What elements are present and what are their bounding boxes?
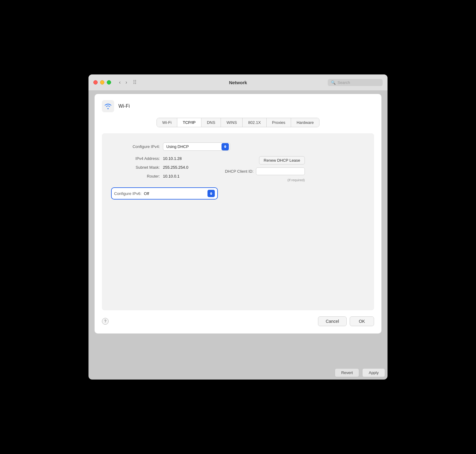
wifi-header: Wi-Fi — [102, 100, 374, 112]
subnet-mask-value: 255.255.254.0 — [163, 165, 188, 170]
titlebar: ‹ › ⠿ Network 🔍 Search — [88, 74, 388, 90]
configure-ipv4-row: Configure IPv4: Using DHCP Using DHCP wi… — [111, 142, 365, 151]
form-area: Configure IPv4: Using DHCP Using DHCP wi… — [102, 133, 374, 310]
arrow-down-icon — [210, 194, 212, 195]
search-placeholder: Search — [337, 80, 350, 85]
bottom-bar: Revert Apply — [88, 365, 388, 380]
tab-tcpip[interactable]: TCP/IP — [177, 118, 201, 127]
grid-icon[interactable]: ⠿ — [133, 79, 137, 86]
configure-ipv6-wrap: Configure IPv6: Off Automatically Manual… — [111, 187, 218, 200]
if-required-note: (If required) — [225, 178, 305, 182]
ipv4-address-row: IPv4 Address: 10.10.1.28 Subnet Mask: 25… — [111, 156, 365, 182]
wifi-name: Wi-Fi — [118, 103, 130, 109]
forward-button[interactable]: › — [124, 78, 129, 86]
close-button[interactable] — [93, 80, 98, 85]
wifi-icon — [104, 103, 112, 110]
router-value: 10.10.0.1 — [163, 174, 179, 178]
tab-hardware[interactable]: Hardware — [291, 118, 319, 127]
subnet-mask-label: Subnet Mask: — [111, 165, 160, 170]
configure-ipv4-label: Configure IPv4: — [111, 144, 160, 149]
revert-button[interactable]: Revert — [335, 368, 359, 377]
ok-button[interactable]: OK — [350, 316, 374, 326]
titlebar-nav: ‹ › — [117, 78, 129, 86]
configure-ipv6-row: Configure IPv6: Off Automatically Manual… — [111, 187, 365, 200]
tab-wins[interactable]: WINS — [221, 118, 243, 127]
search-icon: 🔍 — [331, 80, 336, 85]
tab-proxies[interactable]: Proxies — [267, 118, 291, 127]
configure-ipv4-select[interactable]: Using DHCP Using DHCP with manual addres… — [163, 142, 230, 151]
tab-dns[interactable]: DNS — [201, 118, 221, 127]
wifi-icon-wrap — [102, 100, 114, 112]
tabs-bar: Wi-Fi TCP/IP DNS WINS 802.1X Proxies Har… — [157, 118, 320, 127]
cancel-button[interactable]: Cancel — [318, 316, 347, 326]
router-label: Router: — [111, 174, 160, 178]
configure-ipv6-arrow — [207, 190, 215, 197]
ipv4-address-value: 10.10.1.28 — [163, 156, 182, 161]
arrow-up-icon — [210, 192, 212, 193]
ipv4-address-label: IPv4 Address: — [111, 156, 160, 161]
dhcp-client-id-label: DHCP Client ID: — [225, 169, 254, 174]
configure-ipv6-select[interactable]: Off Automatically Manually Link-local on… — [144, 191, 205, 196]
search-field[interactable]: 🔍 Search — [328, 79, 383, 86]
help-button[interactable]: ? — [102, 318, 109, 325]
tab-8021x[interactable]: 802.1X — [243, 118, 266, 127]
dhcp-client-id-input[interactable] — [256, 168, 305, 175]
back-button[interactable]: ‹ — [117, 78, 122, 86]
traffic-lights — [93, 80, 111, 85]
minimize-button[interactable] — [100, 80, 104, 85]
configure-ipv4-select-wrap: Using DHCP Using DHCP with manual addres… — [163, 142, 230, 151]
configure-ipv6-label: Configure IPv6: — [114, 191, 142, 196]
modal-footer: ? Cancel OK — [102, 316, 374, 326]
maximize-button[interactable] — [107, 80, 111, 85]
window-title: Network — [229, 80, 247, 85]
card: Wi-Fi Wi-Fi TCP/IP DNS WINS 802.1X Proxi… — [95, 94, 381, 333]
configure-ipv6-select-wrap: Off Automatically Manually Link-local on… — [144, 191, 205, 196]
renew-dhcp-button[interactable]: Renew DHCP Lease — [259, 156, 305, 164]
apply-button[interactable]: Apply — [362, 368, 385, 377]
tab-wifi[interactable]: Wi-Fi — [157, 118, 177, 127]
main-content: Wi-Fi Wi-Fi TCP/IP DNS WINS 802.1X Proxi… — [88, 90, 388, 365]
